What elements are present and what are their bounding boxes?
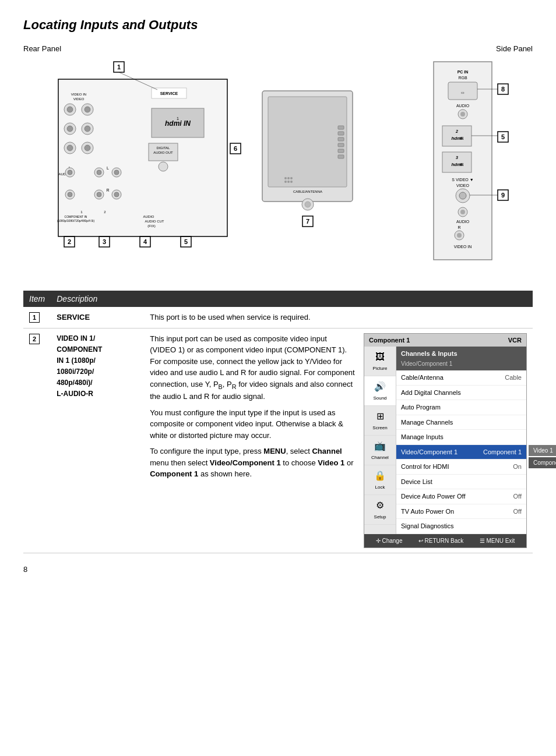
menu-top-left: Component 1 xyxy=(369,335,410,345)
svg-text:7: 7 xyxy=(306,218,309,225)
svg-rect-67 xyxy=(338,149,344,153)
svg-point-69 xyxy=(284,177,287,179)
svg-text:8: 8 xyxy=(501,86,505,93)
sound-icon: 🔊 xyxy=(374,380,386,394)
channel-icon: 📺 xyxy=(374,439,386,453)
svg-text:R: R xyxy=(458,225,460,229)
svg-text:IN: IN xyxy=(460,136,464,140)
menu-row-cable: Cable/Antenna Cable xyxy=(396,370,526,386)
desc-text-videoin: This input port can be used as composite… xyxy=(150,333,355,548)
menu-body: 🖼 Picture 🔊 Sound ⊞ Screen xyxy=(364,347,526,534)
svg-text:5: 5 xyxy=(501,133,505,140)
svg-text:COMPONENT IN: COMPONENT IN xyxy=(65,215,87,218)
menu-row-devautopow: Device Auto Power Off Off xyxy=(396,489,526,504)
menu-icon-setup: ⚙ Setup xyxy=(364,495,396,525)
menu-item-adddigital-label: Add Digital Channels xyxy=(401,388,461,398)
item-num-2: 2 xyxy=(23,328,51,553)
svg-text:(1080p/1080/720p/480p/4 0i): (1080p/1080/720p/480p/4 0i) xyxy=(57,219,95,222)
rear-panel-svg: 1 SERVICE VIDEO IN VIDEO xyxy=(23,56,245,277)
svg-point-39 xyxy=(97,192,101,197)
menu-top-bar: Component 1 VCR xyxy=(364,334,526,347)
menu-icon-picture: 🖼 Picture xyxy=(364,347,396,376)
menu-row-signaldiag: Signal Diagnostics xyxy=(396,519,526,534)
page-number: 8 xyxy=(23,565,533,574)
svg-rect-63 xyxy=(338,126,344,129)
svg-rect-2 xyxy=(58,79,227,236)
svg-point-72 xyxy=(284,181,287,183)
menu-icon-lock: 🔒 Lock xyxy=(364,465,396,495)
svg-text:S VIDEO ▼: S VIDEO ▼ xyxy=(452,178,473,182)
svg-text:2: 2 xyxy=(455,129,458,133)
svg-rect-64 xyxy=(338,132,344,135)
menu-screenshot: Component 1 VCR 🖼 Picture 🔊 xyxy=(364,333,527,548)
menu-item-cable-value: Cable xyxy=(505,373,522,383)
item-desc-service: This port is to be used when service is … xyxy=(144,307,533,328)
table-row-service: 1 SERVICE This port is to be used when s… xyxy=(23,307,533,328)
menu-item-signaldiag-label: Signal Diagnostics xyxy=(401,521,454,531)
svg-point-29 xyxy=(68,170,72,175)
svg-point-14 xyxy=(85,126,90,132)
menu-icon-channel: 📺 Channel xyxy=(364,436,396,465)
icon-label-lock: Lock xyxy=(375,484,385,491)
col-description: Description xyxy=(51,291,533,307)
footer-return: ↩ RETURN Back xyxy=(418,536,463,545)
menu-item-tvautopow-value: Off xyxy=(513,507,522,517)
icon-label-screen: Screen xyxy=(372,425,387,432)
menu-item-cable-label: Cable/Antenna xyxy=(401,373,444,383)
svg-text:AUDIO CUT: AUDIO CUT xyxy=(145,220,164,223)
svg-text:DIGITAL: DIGITAL xyxy=(157,146,171,150)
menu-item-autoprogram-label: Auto Program xyxy=(401,402,441,412)
menu-item-hdmi-value: On xyxy=(513,462,522,472)
icon-label-channel: Channel xyxy=(371,454,389,461)
svg-text:R: R xyxy=(106,188,109,192)
menu-item-videocomp-value: Component 1 xyxy=(483,447,522,457)
menu-row-devicelist: Device List xyxy=(396,475,526,490)
svg-text:AUDIO: AUDIO xyxy=(456,220,470,224)
svg-point-36 xyxy=(114,170,119,175)
svg-point-71 xyxy=(290,177,293,179)
svg-point-105 xyxy=(457,233,462,238)
menu-top-right: VCR xyxy=(508,335,522,345)
svg-text:1: 1 xyxy=(117,63,121,70)
menu-row-adddigital: Add Digital Channels xyxy=(396,386,526,401)
menu-row-autoprogram: Auto Program xyxy=(396,400,526,415)
table-row-videoin: 2 VIDEO IN 1/COMPONENTIN 1 (1080p/1080i/… xyxy=(23,328,533,553)
svg-rect-62 xyxy=(268,97,347,187)
svg-text:VIDEO IN: VIDEO IN xyxy=(71,93,86,96)
menu-section-title: Channels & Inputs Video/Component 1 xyxy=(396,347,526,370)
picture-icon: 🖼 xyxy=(375,350,385,364)
svg-point-77 xyxy=(305,202,311,207)
item-name-service: SERVICE xyxy=(51,307,144,328)
menu-item-devicelist-label: Device List xyxy=(401,477,432,487)
front-panel-svg: CABLE/ANTENNA 7 xyxy=(256,79,361,242)
svg-text:AUDIO: AUDIO xyxy=(143,215,154,218)
side-panel: Side Panel PC IN RGB ▭ AUDIO 2 hdmi IN 3… xyxy=(428,44,533,279)
svg-rect-65 xyxy=(338,137,344,141)
svg-text:3: 3 xyxy=(456,156,458,160)
svg-point-99 xyxy=(459,192,466,199)
menu-item-devautopow-label: Device Auto Power Off xyxy=(401,492,465,501)
svg-text:AUDIO: AUDIO xyxy=(456,104,470,108)
svg-point-74 xyxy=(290,181,293,183)
menu-item-tvautopow-label: TV Auto Power On xyxy=(401,507,454,517)
page-title: Locating Inputs and Outputs xyxy=(23,17,533,33)
svg-text:SERVICE: SERVICE xyxy=(160,91,178,96)
icon-label-setup: Setup xyxy=(374,514,386,521)
svg-text:6: 6 xyxy=(234,145,237,152)
svg-point-8 xyxy=(67,107,73,112)
icon-label-sound: Sound xyxy=(373,395,386,402)
svg-text:5: 5 xyxy=(184,238,188,245)
menu-row-tvautopow: TV Auto Power On Off xyxy=(396,504,526,520)
svg-point-32 xyxy=(68,192,72,197)
menu-row-managechannels: Manage Channels xyxy=(396,415,526,430)
svg-point-25 xyxy=(159,162,168,171)
menu-item-manageinputs-label: Manage Inputs xyxy=(401,432,444,442)
front-panel: CABLE/ANTENNA 7 xyxy=(256,79,361,244)
svg-point-73 xyxy=(287,181,290,183)
svg-point-16 xyxy=(67,145,73,151)
svg-point-34 xyxy=(97,170,101,175)
menu-item-videocomp-label: Video/Component 1 xyxy=(401,447,458,457)
num-badge-1: 1 xyxy=(29,312,40,323)
footer-change: ✛ Change xyxy=(376,536,403,545)
section-title-text: Channels & Inputs xyxy=(401,350,458,357)
